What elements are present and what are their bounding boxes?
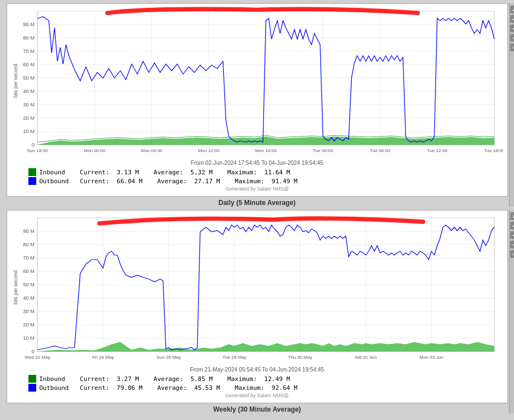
toolbar-icon-2[interactable]: ◀ [510, 15, 514, 23]
weekly-toolbar-icon-1[interactable]: ▲ [510, 212, 514, 220]
svg-text:bits per second: bits per second [13, 64, 18, 98]
daily-chart-title: Daily (5 Minute Average) [7, 199, 508, 207]
svg-text:Tue 06:00: Tue 06:00 [370, 148, 390, 153]
svg-text:50 M: 50 M [23, 282, 35, 287]
outbound-color-box [28, 177, 36, 185]
svg-text:20 M: 20 M [23, 322, 35, 328]
svg-text:Mon 00:00: Mon 00:00 [84, 148, 105, 153]
weekly-chart-title: Weekly (30 Minute Average) [7, 406, 508, 413]
weekly-toolbar-icon-5[interactable]: ↺ [510, 250, 514, 258]
daily-chart-area: 0 10 M 20 M 30 M 40 M 50 M 60 M 70 M 80 … [12, 8, 503, 159]
svg-text:90 M: 90 M [23, 228, 35, 234]
weekly-right-toolbar: ▲ ◀ ● ★ ↺ [509, 210, 515, 413]
weekly-chart-container: 0 10 M 20 M 30 M 40 M 50 M 60 M 70 M 80 … [7, 210, 508, 403]
daily-generated-by: Generated by Salam NMS@ [12, 186, 503, 192]
weekly-chart-wrapper: 0 10 M 20 M 30 M 40 M 50 M 60 M 70 M 80 … [7, 210, 508, 413]
svg-text:10 M: 10 M [23, 129, 35, 134]
svg-text:40 M: 40 M [23, 295, 35, 301]
svg-text:70 M: 70 M [23, 255, 35, 261]
svg-text:Tue 00:00: Tue 00:00 [312, 148, 333, 153]
weekly-generated-by: Generated by Salam NMS@ [12, 393, 503, 398]
weekly-outbound-color-box [28, 384, 36, 392]
svg-text:30 M: 30 M [23, 309, 35, 314]
svg-text:Thu 30 May: Thu 30 May [288, 355, 312, 360]
daily-chart-svg: 0 10 M 20 M 30 M 40 M 50 M 60 M 70 M 80 … [12, 8, 503, 159]
svg-text:0: 0 [31, 349, 34, 354]
weekly-time-range: From 21-May-2024 05:54:45 To 04-Jun-2024… [12, 367, 503, 373]
svg-text:Sat 01 Jun: Sat 01 Jun [355, 355, 376, 360]
svg-text:Fri 24 May: Fri 24 May [92, 355, 114, 360]
daily-legend-outbound: Outbound Current: 66.04 M Average: 27.17… [28, 177, 503, 185]
daily-right-toolbar: ▲ ◀ ● ★ ↺ [509, 3, 515, 207]
daily-legend-inbound: Inbound Current: 3.13 M Average: 5.32 M … [28, 168, 503, 176]
daily-outbound-label: Outbound Current: 66.04 M Average: 27.17… [40, 178, 298, 185]
svg-text:80 M: 80 M [23, 35, 35, 41]
inbound-color-box [28, 168, 36, 176]
svg-text:Mon 06:00: Mon 06:00 [140, 148, 162, 153]
svg-text:Mon 18:00: Mon 18:00 [255, 148, 277, 153]
svg-text:Mon 12:00: Mon 12:00 [198, 148, 219, 153]
svg-text:60 M: 60 M [23, 268, 35, 274]
daily-legend: Inbound Current: 3.13 M Average: 5.32 M … [12, 168, 503, 185]
svg-text:Mon 03 Jun: Mon 03 Jun [419, 355, 443, 360]
weekly-toolbar-icon-3[interactable]: ● [510, 231, 514, 239]
weekly-chart-area: 0 10 M 20 M 30 M 40 M 50 M 60 M 70 M 80 … [12, 215, 503, 365]
svg-text:Sun 26 May: Sun 26 May [156, 355, 182, 360]
weekly-inbound-color-box [28, 375, 36, 383]
svg-text:Tue 18:00: Tue 18:00 [484, 148, 503, 153]
svg-text:60 M: 60 M [23, 62, 35, 67]
svg-text:90 M: 90 M [23, 22, 35, 27]
svg-text:50 M: 50 M [23, 75, 35, 81]
svg-text:30 M: 30 M [23, 102, 35, 108]
weekly-chart-svg: 0 10 M 20 M 30 M 40 M 50 M 60 M 70 M 80 … [12, 215, 503, 365]
toolbar-icon-1[interactable]: ▲ [510, 6, 514, 13]
weekly-inbound-label: Inbound Current: 3.27 M Average: 5.85 M … [40, 375, 290, 383]
daily-chart-container: 0 10 M 20 M 30 M 40 M 50 M 60 M 70 M 80 … [7, 3, 508, 197]
weekly-legend-outbound: Outbound Current: 79.06 M Average: 45.53… [28, 384, 503, 392]
svg-text:Tue 12:00: Tue 12:00 [427, 148, 447, 153]
svg-text:10 M: 10 M [23, 335, 35, 341]
weekly-toolbar-icon-4[interactable]: ★ [510, 241, 514, 248]
svg-text:Wed 22 May: Wed 22 May [25, 355, 51, 360]
svg-text:20 M: 20 M [23, 115, 35, 121]
svg-text:80 M: 80 M [23, 242, 35, 247]
weekly-outbound-label: Outbound Current: 79.06 M Average: 45.53… [40, 384, 298, 392]
svg-text:40 M: 40 M [23, 89, 35, 94]
daily-inbound-label: Inbound Current: 3.13 M Average: 5.32 M … [40, 169, 290, 176]
toolbar-icon-4[interactable]: ★ [510, 34, 514, 42]
svg-text:Tue 28 May: Tue 28 May [222, 355, 247, 360]
daily-time-range: From 02-Jun-2024 17:54:45 To 04-Jun-2024… [12, 160, 503, 166]
svg-text:0: 0 [31, 142, 34, 148]
weekly-toolbar-icon-2[interactable]: ◀ [510, 222, 514, 229]
weekly-legend-inbound: Inbound Current: 3.27 M Average: 5.85 M … [28, 375, 503, 383]
toolbar-icon-3[interactable]: ● [510, 25, 514, 32]
svg-text:70 M: 70 M [23, 48, 35, 54]
weekly-legend: Inbound Current: 3.27 M Average: 5.85 M … [12, 375, 503, 392]
daily-chart-wrapper: 0 10 M 20 M 30 M 40 M 50 M 60 M 70 M 80 … [7, 3, 508, 207]
toolbar-icon-5[interactable]: ↺ [510, 43, 514, 51]
svg-text:bits per second: bits per second [13, 271, 18, 305]
svg-text:Sun 18:00: Sun 18:00 [27, 148, 48, 153]
